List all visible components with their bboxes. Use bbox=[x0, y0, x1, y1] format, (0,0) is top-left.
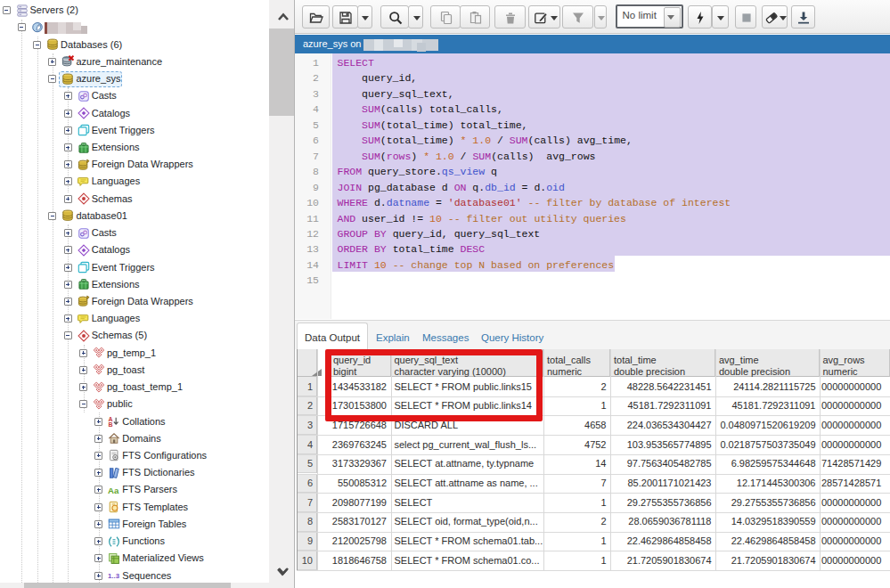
svg-text:B: B bbox=[109, 421, 113, 428]
svg-text:1..3: 1..3 bbox=[108, 572, 120, 580]
svg-text:Aa: Aa bbox=[108, 485, 119, 494]
